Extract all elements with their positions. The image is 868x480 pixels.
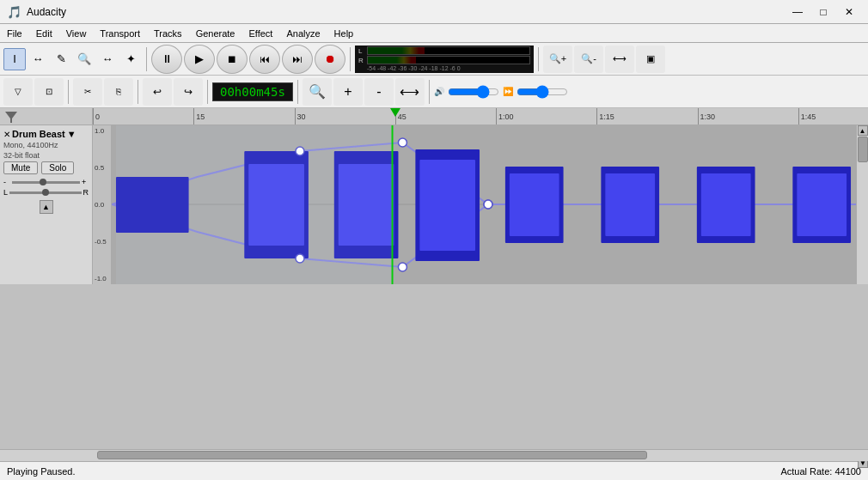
menu-transport[interactable]: Transport: [93, 27, 147, 40]
menu-file[interactable]: File: [0, 27, 29, 40]
play-button[interactable]: ▶: [184, 45, 215, 74]
separator-8: [429, 80, 430, 104]
separator-7: [297, 80, 298, 104]
ruler-tick-145: 1:45: [798, 108, 816, 125]
record-button[interactable]: ⏺: [315, 45, 345, 74]
gain-slider[interactable]: [12, 181, 80, 184]
menu-tracks[interactable]: Tracks: [147, 27, 189, 40]
collapse-button[interactable]: ▲: [40, 200, 53, 214]
pause-button[interactable]: ⏸: [151, 45, 182, 74]
ruler-tick-100: 1:00: [496, 108, 514, 125]
svg-rect-11: [510, 173, 559, 236]
waveform-canvas[interactable]: [112, 125, 856, 284]
menu-view[interactable]: View: [59, 27, 94, 40]
speed-slider[interactable]: [517, 85, 568, 99]
zoom-in-2-button[interactable]: +: [333, 78, 363, 106]
playhead-marker: [390, 108, 400, 117]
zoom-fit-2-button[interactable]: ⟷: [395, 78, 425, 106]
status-text: Playing Paused.: [7, 466, 780, 477]
svg-rect-17: [797, 173, 847, 236]
mute-button[interactable]: Mute: [3, 161, 38, 174]
tools-area: I ↔ ✎ 🔍 ↔ ✦: [3, 48, 142, 70]
pan-slider[interactable]: [9, 191, 81, 194]
separator-1: [146, 47, 147, 71]
draw-tool-button[interactable]: ✎: [50, 48, 72, 70]
y-0.5: 0.5: [95, 164, 109, 172]
scrollbar-thumb[interactable]: [858, 137, 868, 162]
next-button[interactable]: ⏭: [282, 45, 313, 74]
volume-slider[interactable]: [448, 85, 499, 99]
select-tool-button[interactable]: I: [3, 48, 26, 70]
pan-knob[interactable]: [42, 189, 49, 196]
svg-rect-15: [701, 173, 751, 236]
y--0.5: -0.5: [95, 238, 109, 246]
zoom-toggle-button[interactable]: 🔍: [303, 78, 332, 106]
track-name: Drum Beast: [12, 129, 65, 139]
hscroll-track[interactable]: [93, 450, 868, 461]
menubar: File Edit View Transport Tracks Generate…: [0, 24, 868, 43]
ruler-tick-30: 30: [295, 108, 306, 125]
timeline-ruler[interactable]: 0 15 30 45 1:00 1:15 1:30 1:45: [0, 108, 868, 125]
ruler-tick-115: 1:15: [596, 108, 614, 125]
waveform-svg: [112, 125, 856, 284]
scroll-up-button[interactable]: ▲: [858, 125, 868, 136]
ruler-tick-15: 15: [193, 108, 205, 125]
vertical-scrollbar[interactable]: ▲ ▼: [856, 125, 868, 284]
y-0.0: 0.0: [95, 201, 109, 209]
menu-effect[interactable]: Effect: [242, 27, 280, 40]
menu-edit[interactable]: Edit: [29, 27, 59, 40]
ruler-scale[interactable]: 0 15 30 45 1:00 1:15 1:30 1:45: [93, 108, 868, 125]
zoom-sel-button[interactable]: ▣: [636, 46, 665, 73]
meter-scale: -54 -48 -42 -36 -30 -24 -18 -12 -6 0: [367, 65, 461, 71]
timeshift-tool-button[interactable]: ↔: [96, 48, 119, 70]
maximize-button[interactable]: □: [811, 3, 835, 21]
close-button[interactable]: ✕: [837, 3, 861, 21]
minimize-button[interactable]: —: [785, 3, 810, 21]
solo-button[interactable]: Solo: [41, 161, 74, 174]
track-collapse-area: ▲: [0, 198, 92, 214]
track-pan-row: L R: [3, 188, 89, 197]
svg-rect-9: [419, 160, 475, 251]
prev-button[interactable]: ⏮: [249, 45, 280, 74]
stop-button[interactable]: ⏹: [217, 45, 248, 74]
volume-icon: 🔊: [434, 87, 444, 96]
y-axis: 1.0 0.5 0.0 -0.5 -1.0: [93, 125, 112, 284]
zoom-in-button[interactable]: 🔍+: [543, 46, 572, 73]
track-waveform-view[interactable]: 1.0 0.5 0.0 -0.5 -1.0: [93, 125, 856, 284]
svg-point-23: [398, 138, 406, 147]
toolbar-row-1: I ↔ ✎ 🔍 ↔ ✦ ⏸ ▶ ⏹ ⏮ ⏭ ⏺ L R -54 -48 -42 …: [0, 43, 868, 76]
envelope-tool-button[interactable]: ↔: [27, 48, 49, 70]
cut-button[interactable]: ✂: [73, 78, 102, 106]
menu-generate[interactable]: Generate: [189, 27, 242, 40]
track-dropdown-icon[interactable]: ▼: [67, 129, 76, 139]
fit-button[interactable]: ⟷: [605, 46, 634, 73]
separator-4: [68, 80, 69, 104]
separator-2: [350, 47, 351, 71]
svg-point-22: [398, 263, 406, 271]
volume-area: 🔊 ⏩: [434, 85, 568, 99]
copy-button[interactable]: ⎘: [104, 78, 133, 106]
ruler-tick-130: 1:30: [698, 108, 716, 125]
redo-button[interactable]: ↪: [174, 78, 203, 106]
menu-help[interactable]: Help: [327, 27, 361, 40]
svg-rect-13: [605, 173, 655, 236]
track-close-btn[interactable]: ✕: [3, 130, 10, 139]
trim-button[interactable]: ▽: [3, 78, 33, 106]
svg-rect-25: [116, 125, 393, 284]
app-icon: 🎵: [7, 5, 21, 19]
level-r-label: R: [358, 57, 365, 64]
zoom-out-button[interactable]: 🔍-: [574, 46, 603, 73]
level-l-label: L: [358, 47, 365, 55]
undo-button[interactable]: ↩: [143, 78, 172, 106]
hscroll-thumb[interactable]: [97, 451, 647, 459]
zoom-out-2-button[interactable]: -: [364, 78, 394, 106]
empty-area: [0, 284, 868, 449]
multi-tool-button[interactable]: ✦: [119, 48, 142, 70]
menu-analyze[interactable]: Analyze: [279, 27, 327, 40]
horizontal-scrollbar[interactable]: [0, 449, 868, 461]
zoom-tool-button[interactable]: 🔍: [73, 48, 95, 70]
gain-knob[interactable]: [40, 179, 46, 185]
app-title: Audacity: [27, 6, 785, 18]
silence-button[interactable]: ⊡: [34, 78, 64, 106]
filter-icon: [3, 108, 19, 124]
